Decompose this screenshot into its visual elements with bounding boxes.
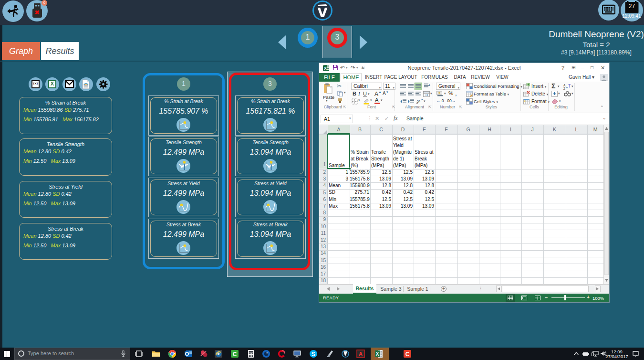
svg-text:ab: ab <box>416 98 421 105</box>
svg-text:A: A <box>359 351 363 357</box>
svg-text:C: C <box>233 351 237 358</box>
svg-text:X: X <box>376 351 379 357</box>
svg-text:S: S <box>312 351 315 358</box>
svg-text:A: A <box>563 84 566 87</box>
svg-text:Z: Z <box>563 87 565 90</box>
svg-text:C: C <box>405 351 410 358</box>
